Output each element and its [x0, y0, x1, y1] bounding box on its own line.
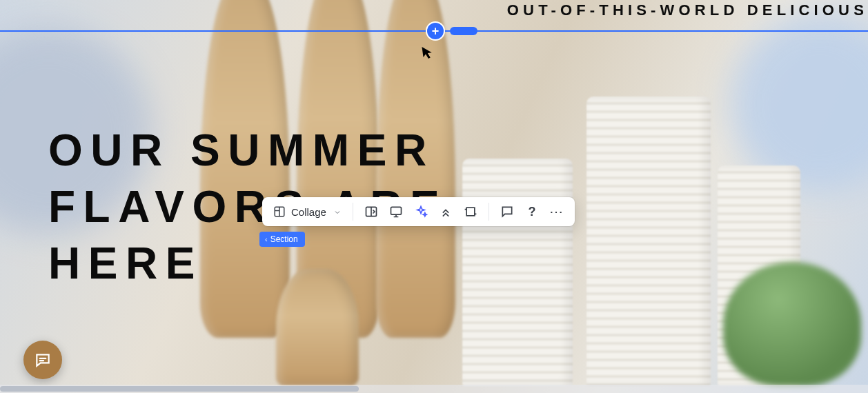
- svg-rect-2: [391, 207, 401, 214]
- add-section-button[interactable]: +: [427, 23, 444, 39]
- chevron-left-icon: ‹: [265, 235, 268, 243]
- layout-grid-icon: [273, 205, 286, 218]
- chat-icon: [34, 351, 52, 369]
- svg-rect-3: [466, 208, 475, 216]
- horizontal-scrollbar[interactable]: [0, 385, 868, 393]
- section-drag-handle[interactable]: [450, 27, 477, 35]
- breadcrumb-label: Section: [270, 234, 298, 244]
- slideshow-button[interactable]: [385, 201, 407, 223]
- sparkle-icon: [414, 205, 428, 219]
- chevron-down-icon: [333, 208, 342, 216]
- crop-button[interactable]: [460, 201, 482, 223]
- help-icon: ?: [528, 205, 535, 219]
- layout-picker[interactable]: Collage: [269, 201, 346, 222]
- split-layout-button[interactable]: [360, 201, 382, 223]
- cursor-icon: [421, 45, 434, 63]
- chevrons-up-icon: [439, 205, 453, 219]
- bg-cups: [462, 159, 573, 386]
- tagline-text: OUT-OF-THIS-WORLD DELICIOUS: [507, 1, 868, 19]
- more-options-button[interactable]: ⋯: [546, 201, 568, 223]
- section-toolbar: Collage ? ⋯: [262, 197, 575, 226]
- columns-icon: [364, 205, 378, 219]
- bg-cups: [586, 97, 711, 386]
- comment-button[interactable]: [496, 201, 518, 223]
- help-button[interactable]: ?: [521, 201, 543, 223]
- presentation-icon: [389, 205, 403, 219]
- toolbar-separator: [353, 203, 353, 221]
- ai-generate-button[interactable]: [410, 201, 432, 223]
- plus-icon: +: [432, 24, 440, 39]
- scrollbar-thumb[interactable]: [0, 386, 359, 392]
- chat-fab[interactable]: [23, 341, 62, 379]
- layout-picker-label: Collage: [291, 206, 326, 218]
- move-up-button[interactable]: [435, 201, 457, 223]
- toolbar-separator: [489, 203, 489, 221]
- crop-icon: [464, 205, 477, 219]
- more-icon: ⋯: [549, 203, 564, 220]
- comment-icon: [500, 205, 514, 219]
- bg-plant: [723, 262, 861, 386]
- breadcrumb-section[interactable]: ‹ Section: [259, 232, 305, 247]
- editor-canvas: OUT-OF-THIS-WORLD DELICIOUS + OUR SUMMER…: [0, 0, 868, 393]
